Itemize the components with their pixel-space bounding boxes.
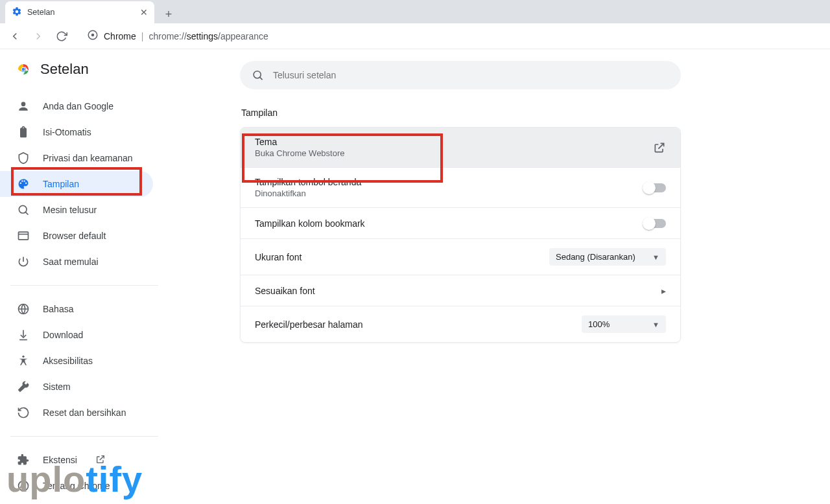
app-header: Setelan bbox=[0, 61, 169, 89]
sidebar-item-search-engine[interactable]: Mesin telusur bbox=[0, 197, 153, 223]
person-icon bbox=[17, 100, 30, 113]
url-chrome-label: Chrome bbox=[104, 31, 136, 41]
close-icon[interactable]: ✕ bbox=[140, 7, 148, 17]
sidebar-item-appearance[interactable]: Tampilan bbox=[0, 171, 153, 197]
nav-divider bbox=[10, 285, 158, 286]
row-label: Tema bbox=[255, 137, 345, 147]
nav-divider bbox=[10, 436, 158, 437]
sidebar-item-languages[interactable]: Bahasa bbox=[0, 296, 153, 322]
sidebar-item-label: Anda dan Google bbox=[43, 101, 113, 111]
download-icon bbox=[17, 328, 30, 341]
main-panel: Tampilan Tema Buka Chrome Webstore Tampi… bbox=[169, 49, 830, 504]
reload-button[interactable] bbox=[52, 27, 71, 46]
search-icon bbox=[17, 203, 30, 216]
open-in-new-icon bbox=[653, 141, 666, 154]
back-button[interactable] bbox=[5, 27, 25, 46]
row-page-zoom: Perkecil/perbesar halaman 100% ▼ bbox=[241, 306, 680, 342]
sidebar-item-label: Mesin telusur bbox=[43, 205, 97, 215]
url-separator: | bbox=[141, 31, 144, 41]
sidebar-item-label: Sistem bbox=[43, 382, 71, 392]
select-page-zoom[interactable]: 100% ▼ bbox=[582, 315, 666, 333]
shield-icon bbox=[17, 152, 30, 165]
nav-advanced: Bahasa Download Aksesibilitas Sistem Res… bbox=[0, 292, 169, 430]
row-font-size: Ukuran font Sedang (Disarankan) ▼ bbox=[241, 239, 680, 275]
sidebar-item-label: Download bbox=[43, 330, 83, 340]
sidebar-item-autofill[interactable]: Isi-Otomatis bbox=[0, 119, 153, 145]
row-bookmark-bar[interactable]: Tampilkan kolom bookmark bbox=[241, 208, 680, 239]
row-sublabel: Dinonaktifkan bbox=[255, 189, 361, 198]
palette-icon bbox=[17, 178, 30, 190]
svg-point-8 bbox=[22, 356, 24, 358]
sidebar-item-accessibility[interactable]: Aksesibilitas bbox=[0, 348, 153, 374]
sidebar-item-label: Bahasa bbox=[43, 304, 73, 314]
appearance-card: Tema Buka Chrome Webstore Tampilkan tomb… bbox=[240, 127, 681, 343]
watermark: uplotify bbox=[6, 458, 143, 500]
settings-search[interactable] bbox=[240, 61, 681, 89]
browser-tab[interactable]: Setelan ✕ bbox=[5, 1, 154, 23]
section-title: Tampilan bbox=[241, 108, 804, 118]
select-value: 100% bbox=[588, 319, 610, 329]
sidebar-item-label: Reset dan bersihkan bbox=[43, 407, 126, 418]
svg-point-5 bbox=[19, 205, 27, 213]
toggle-home-button[interactable] bbox=[644, 183, 666, 192]
new-tab-button[interactable]: + bbox=[160, 5, 178, 23]
sidebar-item-system[interactable]: Sistem bbox=[0, 374, 153, 400]
sidebar-item-on-startup[interactable]: Saat memulai bbox=[0, 249, 153, 275]
nav-primary: Anda dan Google Isi-Otomatis Privasi dan… bbox=[0, 89, 169, 279]
sidebar-item-default-browser[interactable]: Browser default bbox=[0, 223, 153, 249]
gear-icon bbox=[12, 6, 22, 19]
sidebar: Setelan Anda dan Google Isi-Otomatis Pri… bbox=[0, 49, 169, 504]
svg-point-1 bbox=[91, 34, 95, 37]
row-theme[interactable]: Tema Buka Chrome Webstore bbox=[241, 128, 680, 168]
search-icon bbox=[252, 69, 264, 82]
caret-down-icon: ▼ bbox=[652, 321, 659, 328]
sidebar-item-label: Privasi dan keamanan bbox=[43, 153, 133, 163]
row-label: Perkecil/perbesar halaman bbox=[255, 319, 363, 330]
caret-down-icon: ▼ bbox=[652, 253, 659, 261]
clipboard-icon bbox=[17, 126, 30, 139]
row-home-button[interactable]: Tampilkan tombol beranda Dinonaktifkan bbox=[241, 168, 680, 208]
sidebar-item-privacy[interactable]: Privasi dan keamanan bbox=[0, 145, 153, 171]
select-font-size[interactable]: Sedang (Disarankan) ▼ bbox=[549, 248, 666, 266]
row-label: Tampilkan kolom bookmark bbox=[255, 218, 365, 229]
chrome-logo-icon bbox=[16, 62, 31, 77]
sidebar-item-you-and-google[interactable]: Anda dan Google bbox=[0, 93, 153, 119]
row-label: Tampilkan tombol beranda bbox=[255, 177, 361, 187]
tab-strip: Setelan ✕ + bbox=[0, 0, 830, 23]
settings-search-input[interactable] bbox=[273, 70, 669, 80]
tab-title: Setelan bbox=[27, 8, 135, 17]
sidebar-item-label: Tampilan bbox=[43, 179, 79, 189]
accessibility-icon bbox=[17, 354, 30, 367]
toggle-bookmark-bar[interactable] bbox=[644, 219, 666, 228]
sidebar-item-reset[interactable]: Reset dan bersihkan bbox=[0, 400, 153, 426]
page-title: Setelan bbox=[40, 61, 89, 78]
sidebar-item-downloads[interactable]: Download bbox=[0, 322, 153, 348]
svg-rect-6 bbox=[19, 232, 29, 240]
chevron-right-icon: ▸ bbox=[661, 286, 666, 296]
row-label: Ukuran font bbox=[255, 252, 302, 262]
window-icon bbox=[17, 229, 30, 242]
restore-icon bbox=[17, 406, 30, 419]
svg-point-11 bbox=[254, 71, 261, 78]
sidebar-item-label: Saat memulai bbox=[43, 257, 99, 267]
power-icon bbox=[17, 255, 30, 268]
globe-icon bbox=[17, 303, 30, 315]
omnibox[interactable]: Chrome | chrome://settings/appearance bbox=[79, 27, 276, 46]
sidebar-item-label: Browser default bbox=[43, 231, 106, 241]
select-value: Sedang (Disarankan) bbox=[556, 252, 635, 262]
sidebar-item-label: Aksesibilitas bbox=[43, 356, 93, 366]
row-customize-fonts[interactable]: Sesuaikan font ▸ bbox=[241, 275, 680, 306]
url-path: chrome://settings/appearance bbox=[148, 31, 268, 41]
sidebar-item-label: Isi-Otomatis bbox=[43, 127, 91, 137]
chrome-tune-icon bbox=[87, 29, 99, 43]
forward-button[interactable] bbox=[29, 27, 48, 46]
row-sublabel: Buka Chrome Webstore bbox=[255, 148, 345, 158]
browser-toolbar: Chrome | chrome://settings/appearance bbox=[0, 23, 830, 49]
row-label: Sesuaikan font bbox=[255, 286, 315, 296]
wrench-icon bbox=[17, 380, 30, 393]
